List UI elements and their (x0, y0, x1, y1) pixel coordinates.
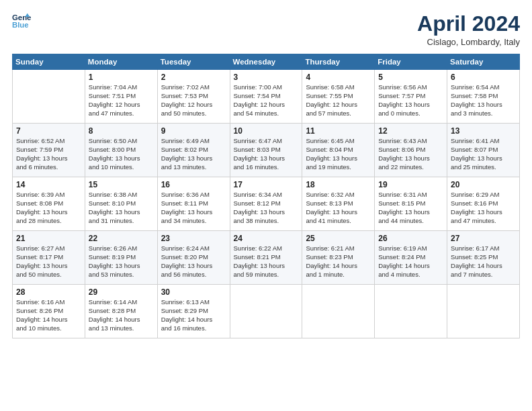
calendar-cell: 3Sunrise: 7:00 AM Sunset: 7:54 PM Daylig… (230, 70, 302, 124)
day-info: Sunrise: 6:43 AM Sunset: 8:06 PM Dayligh… (378, 137, 443, 171)
calendar-week-row: 21Sunrise: 6:27 AM Sunset: 8:17 PM Dayli… (13, 231, 520, 285)
svg-text:Blue: Blue (12, 21, 29, 29)
day-info: Sunrise: 6:54 AM Sunset: 7:58 PM Dayligh… (451, 83, 516, 118)
calendar-cell: 16Sunrise: 6:36 AM Sunset: 8:11 PM Dayli… (157, 177, 230, 231)
day-info: Sunrise: 7:02 AM Sunset: 7:53 PM Dayligh… (161, 83, 226, 118)
day-number: 29 (89, 287, 154, 297)
calendar-cell: 18Sunrise: 6:32 AM Sunset: 8:13 PM Dayli… (302, 177, 375, 231)
day-info: Sunrise: 6:49 AM Sunset: 8:02 PM Dayligh… (161, 137, 226, 171)
calendar-cell: 29Sunrise: 6:14 AM Sunset: 8:28 PM Dayli… (85, 285, 157, 338)
col-friday: Friday (375, 54, 447, 70)
calendar-cell (13, 70, 85, 124)
day-number: 15 (89, 180, 154, 189)
calendar-week-row: 28Sunrise: 6:16 AM Sunset: 8:26 PM Dayli… (13, 285, 520, 338)
day-number: 24 (234, 234, 299, 243)
col-saturday: Saturday (447, 54, 520, 70)
day-info: Sunrise: 6:58 AM Sunset: 7:55 PM Dayligh… (306, 83, 371, 118)
day-number: 7 (16, 126, 81, 136)
day-number: 27 (451, 234, 516, 243)
day-info: Sunrise: 6:41 AM Sunset: 8:07 PM Dayligh… (451, 137, 516, 171)
day-info: Sunrise: 6:31 AM Sunset: 8:15 PM Dayligh… (378, 191, 443, 225)
calendar-cell: 8Sunrise: 6:50 AM Sunset: 8:00 PM Daylig… (85, 124, 157, 177)
month-title: April 2024 (417, 12, 520, 36)
day-number: 28 (16, 287, 81, 297)
calendar-week-row: 14Sunrise: 6:39 AM Sunset: 8:08 PM Dayli… (13, 177, 520, 231)
day-number: 4 (306, 73, 371, 82)
day-info: Sunrise: 6:32 AM Sunset: 8:13 PM Dayligh… (306, 191, 371, 225)
col-sunday: Sunday (13, 54, 85, 70)
day-info: Sunrise: 6:50 AM Sunset: 8:00 PM Dayligh… (89, 137, 154, 171)
day-number: 25 (306, 234, 371, 243)
day-number: 22 (89, 234, 154, 243)
calendar-cell (230, 285, 302, 338)
calendar-cell: 6Sunrise: 6:54 AM Sunset: 7:58 PM Daylig… (447, 70, 520, 124)
calendar-cell: 5Sunrise: 6:56 AM Sunset: 7:57 PM Daylig… (375, 70, 447, 124)
day-number: 30 (161, 287, 226, 297)
calendar-cell: 25Sunrise: 6:21 AM Sunset: 8:23 PM Dayli… (302, 231, 375, 285)
day-number: 20 (451, 180, 516, 189)
calendar-cell: 10Sunrise: 6:47 AM Sunset: 8:03 PM Dayli… (230, 124, 302, 177)
calendar-table: Sunday Monday Tuesday Wednesday Thursday… (12, 54, 520, 338)
day-number: 14 (16, 180, 81, 189)
col-monday: Monday (85, 54, 157, 70)
day-number: 26 (378, 234, 443, 243)
calendar-cell: 27Sunrise: 6:17 AM Sunset: 8:25 PM Dayli… (447, 231, 520, 285)
day-number: 13 (451, 126, 516, 136)
logo-icon: General Blue (12, 12, 31, 31)
day-number: 9 (161, 126, 226, 136)
day-info: Sunrise: 6:45 AM Sunset: 8:04 PM Dayligh… (306, 137, 371, 171)
day-info: Sunrise: 6:14 AM Sunset: 8:28 PM Dayligh… (89, 298, 154, 332)
day-info: Sunrise: 6:21 AM Sunset: 8:23 PM Dayligh… (306, 244, 371, 279)
day-info: Sunrise: 6:47 AM Sunset: 8:03 PM Dayligh… (234, 137, 299, 171)
calendar-cell: 9Sunrise: 6:49 AM Sunset: 8:02 PM Daylig… (157, 124, 230, 177)
day-info: Sunrise: 6:27 AM Sunset: 8:17 PM Dayligh… (16, 244, 81, 279)
day-info: Sunrise: 6:36 AM Sunset: 8:11 PM Dayligh… (161, 191, 226, 225)
day-number: 10 (234, 126, 299, 136)
day-info: Sunrise: 6:24 AM Sunset: 8:20 PM Dayligh… (161, 244, 226, 279)
day-info: Sunrise: 6:16 AM Sunset: 8:26 PM Dayligh… (16, 298, 81, 332)
location-label: Cislago, Lombardy, Italy (417, 37, 520, 47)
calendar-cell: 15Sunrise: 6:38 AM Sunset: 8:10 PM Dayli… (85, 177, 157, 231)
calendar-cell: 21Sunrise: 6:27 AM Sunset: 8:17 PM Dayli… (13, 231, 85, 285)
day-info: Sunrise: 6:52 AM Sunset: 7:59 PM Dayligh… (16, 137, 81, 171)
calendar-cell: 14Sunrise: 6:39 AM Sunset: 8:08 PM Dayli… (13, 177, 85, 231)
day-info: Sunrise: 6:13 AM Sunset: 8:29 PM Dayligh… (161, 298, 226, 332)
day-number: 12 (378, 126, 443, 136)
col-wednesday: Wednesday (230, 54, 302, 70)
logo: General Blue General Blue (12, 12, 31, 31)
day-info: Sunrise: 6:26 AM Sunset: 8:19 PM Dayligh… (89, 244, 154, 279)
calendar-cell: 30Sunrise: 6:13 AM Sunset: 8:29 PM Dayli… (157, 285, 230, 338)
day-info: Sunrise: 6:19 AM Sunset: 8:24 PM Dayligh… (378, 244, 443, 279)
day-number: 18 (306, 180, 371, 189)
calendar-cell: 12Sunrise: 6:43 AM Sunset: 8:06 PM Dayli… (375, 124, 447, 177)
title-block: April 2024 Cislago, Lombardy, Italy (417, 12, 520, 47)
calendar-cell: 13Sunrise: 6:41 AM Sunset: 8:07 PM Dayli… (447, 124, 520, 177)
day-number: 11 (306, 126, 371, 136)
day-info: Sunrise: 6:29 AM Sunset: 8:16 PM Dayligh… (451, 191, 516, 225)
day-info: Sunrise: 7:04 AM Sunset: 7:51 PM Dayligh… (89, 83, 154, 118)
day-info: Sunrise: 6:39 AM Sunset: 8:08 PM Dayligh… (16, 191, 81, 225)
day-number: 3 (234, 73, 299, 82)
calendar-cell: 20Sunrise: 6:29 AM Sunset: 8:16 PM Dayli… (447, 177, 520, 231)
calendar-week-row: 7Sunrise: 6:52 AM Sunset: 7:59 PM Daylig… (13, 124, 520, 177)
calendar-cell: 4Sunrise: 6:58 AM Sunset: 7:55 PM Daylig… (302, 70, 375, 124)
day-info: Sunrise: 6:56 AM Sunset: 7:57 PM Dayligh… (378, 83, 443, 118)
page-header: General Blue General Blue April 2024 Cis… (12, 12, 520, 47)
day-number: 2 (161, 73, 226, 82)
day-info: Sunrise: 7:00 AM Sunset: 7:54 PM Dayligh… (234, 83, 299, 118)
calendar-cell: 7Sunrise: 6:52 AM Sunset: 7:59 PM Daylig… (13, 124, 85, 177)
calendar-cell: 11Sunrise: 6:45 AM Sunset: 8:04 PM Dayli… (302, 124, 375, 177)
calendar-cell (302, 285, 375, 338)
calendar-week-row: 1Sunrise: 7:04 AM Sunset: 7:51 PM Daylig… (13, 70, 520, 124)
day-number: 8 (89, 126, 154, 136)
day-number: 17 (234, 180, 299, 189)
day-number: 16 (161, 180, 226, 189)
day-info: Sunrise: 6:22 AM Sunset: 8:21 PM Dayligh… (234, 244, 299, 279)
calendar-cell: 24Sunrise: 6:22 AM Sunset: 8:21 PM Dayli… (230, 231, 302, 285)
day-number: 23 (161, 234, 226, 243)
calendar-cell: 23Sunrise: 6:24 AM Sunset: 8:20 PM Dayli… (157, 231, 230, 285)
calendar-cell: 2Sunrise: 7:02 AM Sunset: 7:53 PM Daylig… (157, 70, 230, 124)
col-thursday: Thursday (302, 54, 375, 70)
day-info: Sunrise: 6:34 AM Sunset: 8:12 PM Dayligh… (234, 191, 299, 225)
calendar-cell: 19Sunrise: 6:31 AM Sunset: 8:15 PM Dayli… (375, 177, 447, 231)
